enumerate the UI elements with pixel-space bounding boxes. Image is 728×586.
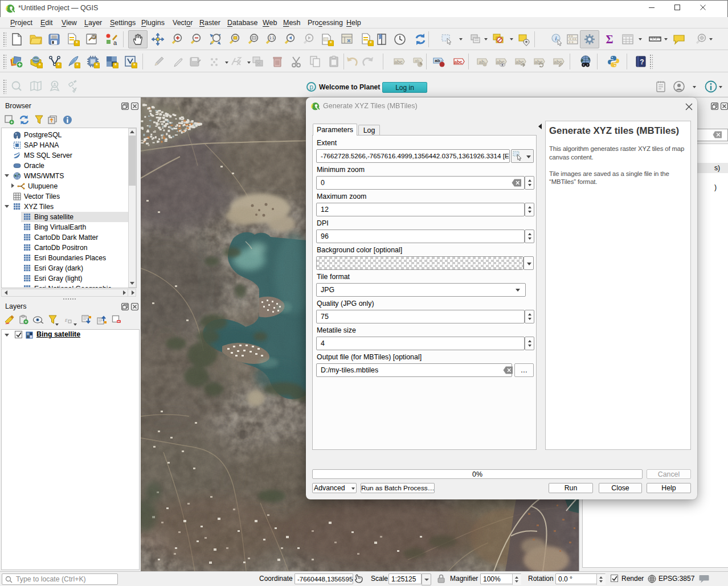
svg-text:a: a	[113, 39, 117, 46]
svg-text:?: ?	[640, 58, 644, 66]
svg-text:ab: ab	[435, 58, 440, 63]
svg-text:abc: abc	[454, 59, 463, 65]
svg-text:*: *	[76, 62, 79, 68]
svg-text:abc: abc	[516, 59, 524, 65]
svg-text:ε: ε	[65, 316, 68, 323]
svg-text:abc: abc	[394, 59, 403, 65]
svg-text:*: *	[39, 62, 42, 68]
svg-text:*: *	[133, 62, 136, 68]
svg-text:*: *	[96, 62, 99, 68]
svg-text:abc: abc	[534, 59, 543, 65]
svg-text:1:1: 1:1	[269, 36, 274, 40]
svg-text:Σ: Σ	[606, 33, 613, 46]
svg-text:*: *	[370, 40, 373, 46]
svg-text:*: *	[58, 62, 60, 68]
svg-text:i: i	[555, 35, 557, 42]
svg-text:ab: ab	[415, 59, 419, 63]
svg-text:*: *	[330, 40, 333, 46]
svg-text:*: *	[76, 40, 79, 46]
svg-text:*: *	[114, 62, 117, 68]
